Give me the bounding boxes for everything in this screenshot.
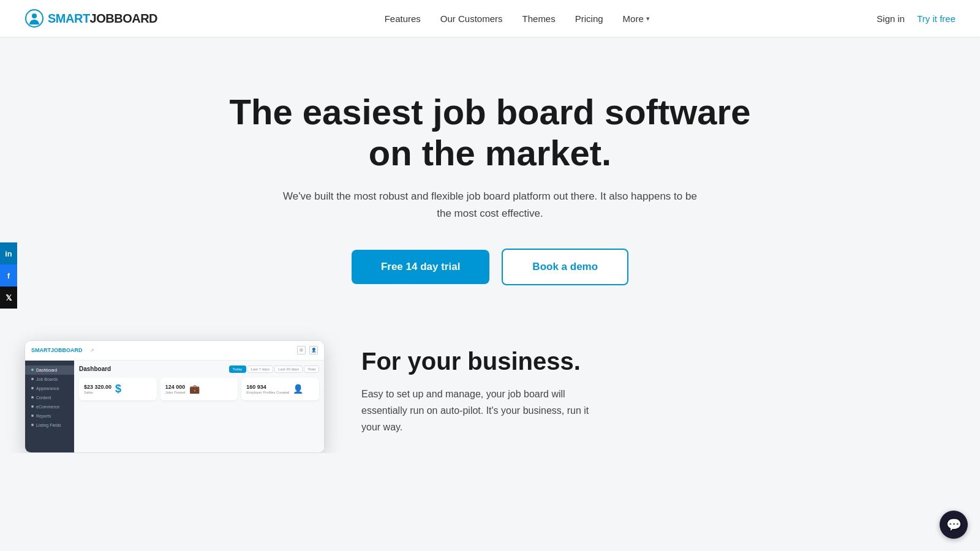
business-title: For your business.	[361, 347, 956, 376]
social-sidebar: in f 𝕏	[0, 242, 17, 309]
sidebar-item-listing-fields[interactable]: Listing Fields	[25, 421, 74, 430]
briefcase-icon: 💼	[189, 384, 200, 394]
tab-last7[interactable]: Last 7 days	[247, 365, 274, 373]
nav-pricing[interactable]: Pricing	[575, 13, 603, 24]
dashboard-sidebar: Dashboard Job Boards Appearance Content	[25, 361, 74, 452]
sidebar-item-dashboard[interactable]: Dashboard	[25, 365, 74, 375]
stat-profiles-value: 160 934	[246, 384, 289, 390]
hero-buttons: Free 14 day trial Book a demo	[24, 249, 956, 285]
logo[interactable]: SMARTJOBBOARD	[24, 9, 157, 28]
nav-features[interactable]: Features	[385, 13, 421, 24]
logo-text: SMARTJOBBOARD	[48, 12, 157, 26]
dashboard-logo: SMARTJOBBOARD	[31, 347, 83, 353]
header-actions: Sign in Try it free	[876, 13, 956, 24]
dashboard-topbar-icons: ⊞ 👤	[297, 346, 318, 354]
facebook-button[interactable]: f	[0, 264, 17, 287]
below-hero-section: SMARTJOBBOARD ↗ ⊞ 👤 Dashboard	[0, 322, 980, 453]
hero-title: The easiest job board software on the ma…	[227, 92, 753, 173]
tab-total[interactable]: Total	[304, 365, 319, 373]
dashboard-main: Dashboard Today Last 7 days Last 30 days…	[74, 361, 324, 452]
dashboard-stats: $23 320.00 Sales $ 124 000 Jobs Posted 💼	[79, 378, 319, 400]
twitter-icon: 𝕏	[6, 293, 12, 302]
tab-today[interactable]: Today	[229, 365, 246, 373]
user-profile-icon: 👤	[293, 384, 303, 394]
dashboard-title: Dashboard	[79, 365, 111, 372]
dashboard-screenshot: SMARTJOBBOARD ↗ ⊞ 👤 Dashboard	[24, 340, 325, 453]
stat-sales: $23 320.00 Sales $	[79, 378, 157, 400]
stat-profiles-label: Employer Profiles Created	[246, 391, 289, 394]
hero-section: The easiest job board software on the ma…	[0, 37, 980, 322]
business-section: For your business. Easy to set up and ma…	[361, 334, 956, 436]
twitter-button[interactable]: 𝕏	[0, 287, 17, 309]
dashboard-topbar: SMARTJOBBOARD ↗ ⊞ 👤	[25, 341, 324, 361]
linkedin-icon: in	[5, 249, 12, 258]
dashboard-main-header: Dashboard Today Last 7 days Last 30 days…	[79, 365, 319, 373]
dashboard-user-icon[interactable]: 👤	[309, 346, 318, 354]
sidebar-item-content[interactable]: Content	[25, 393, 74, 402]
linkedin-button[interactable]: in	[0, 242, 17, 264]
svg-point-1	[32, 13, 37, 18]
sidebar-item-ecommerce[interactable]: eCommerce	[25, 402, 74, 411]
stat-sales-label: Sales	[84, 391, 111, 394]
hero-subtitle: We've built the most robust and flexible…	[276, 188, 704, 221]
dashboard-mock: SMARTJOBBOARD ↗ ⊞ 👤 Dashboard	[24, 340, 325, 453]
dashboard-grid-icon[interactable]: ⊞	[297, 346, 306, 354]
logo-icon	[24, 9, 44, 28]
stat-profiles: 160 934 Employer Profiles Created 👤	[241, 378, 319, 400]
tab-last30[interactable]: Last 30 days	[274, 365, 303, 373]
sidebar-item-appearance[interactable]: Appearance	[25, 384, 74, 393]
main-nav: Features Our Customers Themes Pricing Mo…	[385, 13, 650, 24]
facebook-icon: f	[7, 271, 10, 280]
nav-themes[interactable]: Themes	[522, 13, 556, 24]
chevron-down-icon: ▾	[646, 15, 650, 23]
free-trial-button[interactable]: Free 14 day trial	[352, 250, 489, 284]
stat-jobs-label: Jobs Posted	[165, 391, 186, 394]
dashboard-body: Dashboard Job Boards Appearance Content	[25, 361, 324, 452]
sign-in-link[interactable]: Sign in	[876, 13, 905, 24]
business-description: Easy to set up and manage, your job boar…	[361, 386, 594, 436]
sidebar-item-job-boards[interactable]: Job Boards	[25, 375, 74, 384]
sidebar-item-reports[interactable]: Reports	[25, 411, 74, 421]
stat-sales-value: $23 320.00	[84, 384, 111, 390]
dollar-icon: $	[115, 383, 121, 395]
dashboard-tabs: Today Last 7 days Last 30 days Total	[229, 365, 319, 373]
header: SMARTJOBBOARD Features Our Customers The…	[0, 0, 980, 37]
try-free-link[interactable]: Try it free	[917, 13, 956, 24]
nav-more[interactable]: More ▾	[623, 13, 650, 24]
stat-jobs: 124 000 Jobs Posted 💼	[160, 378, 238, 400]
stat-jobs-value: 124 000	[165, 384, 186, 390]
book-demo-button[interactable]: Book a demo	[502, 249, 628, 285]
nav-our-customers[interactable]: Our Customers	[440, 13, 503, 24]
